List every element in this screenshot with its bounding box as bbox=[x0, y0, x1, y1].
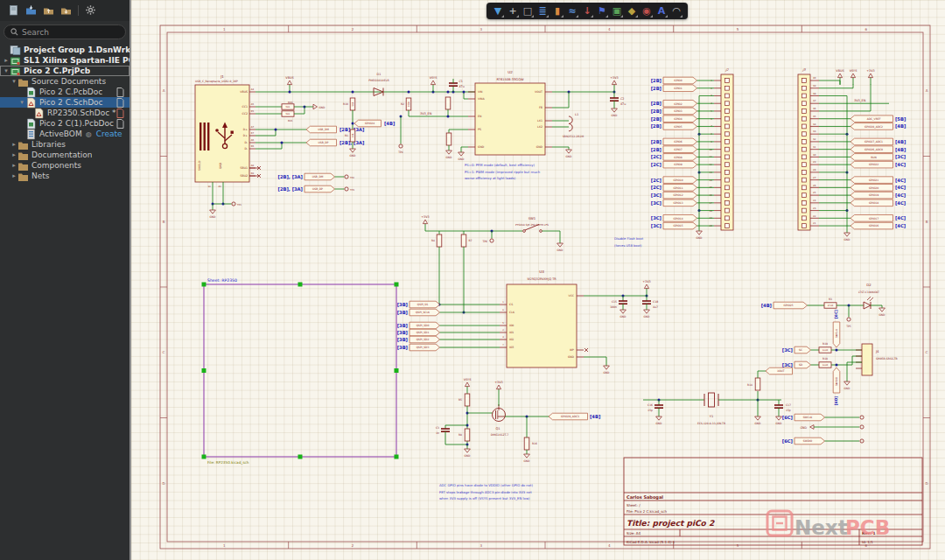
tree-expand-arrow[interactable]: ▸ bbox=[10, 139, 18, 150]
tree-item-libraries[interactable]: ▸Libraries bbox=[0, 139, 130, 150]
tree-item-activebom[interactable]: ActiveBOM◍Create bbox=[0, 129, 130, 139]
document-state-icon[interactable] bbox=[116, 119, 124, 129]
net-label[interactable] bbox=[794, 361, 811, 368]
sch-label: 37 bbox=[813, 99, 816, 102]
open-project-icon[interactable] bbox=[25, 3, 37, 19]
header-pin bbox=[802, 79, 807, 83]
svg-text:(forces USB boot): (forces USB boot) bbox=[614, 244, 642, 248]
usb-ref: J1 bbox=[220, 74, 224, 79]
tree-expand-arrow[interactable]: ▸ bbox=[10, 150, 18, 160]
schematic-canvas[interactable]: 112233445566AABBCCDDJ1USB_C_Receptacle_U… bbox=[131, 0, 945, 560]
zone-row: A bbox=[926, 88, 928, 93]
sch-label: GPIO22 bbox=[869, 163, 878, 166]
sch-label: SWDIO bbox=[803, 439, 813, 443]
sch-label: VOUT bbox=[535, 90, 542, 94]
header-pin bbox=[802, 186, 807, 190]
sch-label: 2 bbox=[502, 329, 504, 332]
sch-label: GPIO0 bbox=[674, 79, 682, 82]
place-parameter-icon[interactable]: ◆ bbox=[625, 4, 639, 18]
regulator-u2[interactable] bbox=[475, 83, 545, 155]
zone-column: 1 bbox=[223, 543, 226, 548]
sch-label: 100K bbox=[408, 101, 410, 107]
crystal-y1[interactable] bbox=[709, 393, 715, 407]
activebom-create-link[interactable]: Create bbox=[96, 130, 122, 138]
flash-u3[interactable] bbox=[507, 284, 577, 368]
document-state-icon[interactable] bbox=[116, 108, 124, 118]
tree-expand-arrow[interactable]: ▾ bbox=[18, 97, 25, 108]
sch-label: 36 bbox=[813, 107, 816, 110]
application-window: Search Project Group 1.DsnWrk▸SL1 Xilinx… bbox=[0, 0, 945, 560]
tree-item-documentation[interactable]: ▸Documentation bbox=[0, 150, 130, 160]
junction-dot bbox=[447, 91, 450, 94]
wire bbox=[831, 356, 862, 365]
header-pin bbox=[725, 200, 730, 205]
gnd-symbol bbox=[465, 449, 471, 452]
tree-item-nets[interactable]: ▸Nets bbox=[0, 171, 130, 181]
document-state-icon[interactable] bbox=[116, 88, 124, 97]
xref-label: [3C] bbox=[651, 200, 662, 206]
tree-item-pico-2-c-pcbdoc[interactable]: Pico 2 C.PcbDoc bbox=[0, 87, 130, 97]
header-pin bbox=[802, 86, 807, 90]
place-text-icon[interactable]: A bbox=[654, 4, 668, 18]
led-d2[interactable] bbox=[864, 302, 871, 309]
search-input[interactable]: Search bbox=[4, 24, 126, 39]
header-pin bbox=[802, 208, 807, 213]
sch-label: 30 bbox=[813, 153, 816, 157]
sheet-symbol-rp2350[interactable]: Sheet: RP2350 File: RP2350.kicad_sch bbox=[202, 278, 399, 465]
place-power-port-icon[interactable]: ◉ bbox=[640, 4, 654, 18]
tree-item-pico-2-c-schdoc[interactable]: ▾Pico 2 C.SchDoc bbox=[0, 97, 130, 108]
folder-down-icon[interactable] bbox=[60, 3, 72, 19]
watermark-pcb: PCB bbox=[845, 516, 890, 539]
sch-label: 28 bbox=[813, 168, 816, 172]
sch-label: GPIO10 bbox=[673, 178, 682, 182]
place-port-icon[interactable]: ↓ bbox=[580, 4, 594, 18]
xref-label: [6C] bbox=[834, 310, 838, 318]
header-pin bbox=[725, 163, 730, 167]
header-pin bbox=[802, 216, 807, 220]
sch-label: C1 bbox=[459, 80, 463, 83]
tree-expand-arrow[interactable]: ▸ bbox=[10, 171, 18, 181]
tree-expand-arrow[interactable]: ▾ bbox=[3, 66, 10, 76]
tree-expand-arrow[interactable]: ▸ bbox=[3, 55, 10, 66]
gnd-symbol bbox=[696, 231, 703, 234]
tree-item-sl1-xilinx-spartan-iie-pc[interactable]: ▸SL1 Xilinx Spartan-IIE PC bbox=[0, 55, 130, 66]
new-document-icon[interactable] bbox=[8, 3, 19, 19]
alignment-icon[interactable]: ≣ bbox=[536, 4, 550, 18]
sch-label: TP4 bbox=[397, 150, 403, 154]
net-label[interactable] bbox=[794, 346, 811, 354]
tree-expand-arrow[interactable]: ▸ bbox=[10, 160, 18, 171]
header-pin bbox=[802, 132, 807, 136]
header-pin bbox=[802, 124, 807, 129]
tree-item-pico-2-c-1-pcbdoc[interactable]: Pico 2 C(1).PcbDoc bbox=[0, 118, 130, 129]
sch-label: GPIO15 bbox=[673, 224, 682, 228]
tree-item-rp2350-schdoc[interactable]: RP2350.SchDoc * bbox=[0, 108, 130, 118]
schematic-sheet[interactable]: 112233445566AABBCCDDJ1USB_C_Receptacle_U… bbox=[131, 0, 945, 560]
document-state-icon[interactable] bbox=[116, 98, 124, 108]
place-image-icon[interactable]: ▣ bbox=[610, 4, 624, 18]
connector-j4[interactable] bbox=[862, 344, 872, 375]
tree-item-components[interactable]: ▸Components bbox=[0, 160, 130, 171]
junction-dot bbox=[836, 364, 838, 367]
project-tree: Project Group 1.DsnWrk▸SL1 Xilinx Sparta… bbox=[0, 45, 130, 181]
tree-expand-arrow[interactable]: ▾ bbox=[10, 76, 18, 87]
place-net-label-icon[interactable]: ⚑ bbox=[595, 4, 609, 18]
place-part-icon[interactable]: ▮ bbox=[550, 4, 564, 18]
settings-icon[interactable] bbox=[85, 3, 96, 19]
tree-item-source-documents[interactable]: ▾Source Documents bbox=[0, 76, 130, 87]
resistor bbox=[465, 429, 470, 441]
tree-item-pico-2-c-prjpcb[interactable]: ▾Pico 2 C.PrjPcb bbox=[0, 66, 130, 76]
xref-label: [3C] bbox=[782, 362, 793, 368]
place-wire-icon[interactable]: ≈ bbox=[565, 4, 579, 18]
sheet-symbol-body[interactable] bbox=[204, 284, 396, 457]
tree-item-project-group-1-dsnwrk[interactable]: Project Group 1.DsnWrk bbox=[0, 45, 130, 55]
cross-probe-icon[interactable]: + bbox=[506, 4, 520, 18]
folder-up-icon[interactable] bbox=[43, 3, 54, 19]
filter-icon[interactable]: ▼ bbox=[491, 4, 505, 18]
sch-label: W25Q32RVXHJQ TR bbox=[527, 277, 556, 281]
xref-label: [4B] bbox=[590, 414, 600, 419]
selection-area-icon[interactable]: □ bbox=[521, 4, 535, 18]
power-flag bbox=[423, 220, 427, 224]
place-arc-icon[interactable]: ◠ bbox=[669, 4, 683, 18]
selection-handles[interactable] bbox=[202, 283, 399, 459]
zone-column: 3 bbox=[480, 27, 482, 32]
